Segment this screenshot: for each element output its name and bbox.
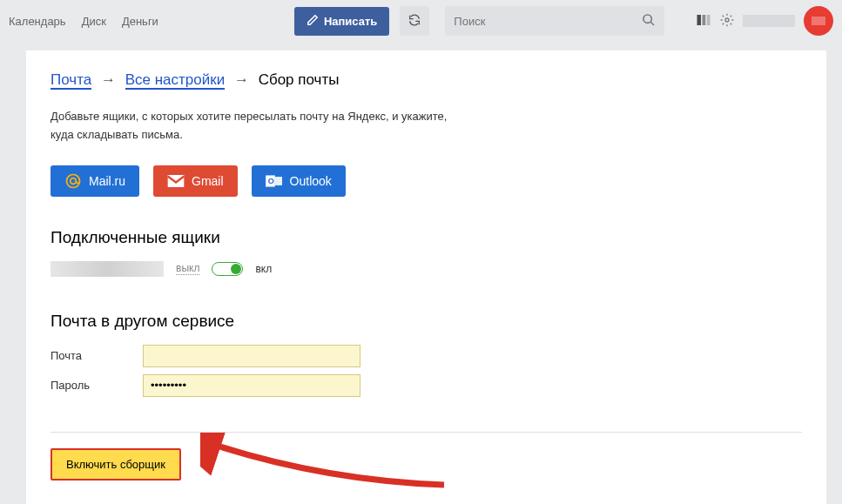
password-row: Пароль: [51, 374, 802, 397]
topbar-nav: Календарь Диск Деньги: [9, 15, 158, 28]
submit-row: Включить сборщик: [51, 448, 802, 480]
nav-disk[interactable]: Диск: [82, 15, 106, 28]
mailru-icon: [64, 172, 82, 190]
nav-money[interactable]: Деньги: [122, 15, 158, 28]
nav-calendar[interactable]: Календарь: [9, 15, 66, 28]
other-service-title: Почта в другом сервисе: [51, 312, 802, 331]
username-placeholder[interactable]: [743, 15, 795, 27]
password-field[interactable]: [143, 374, 360, 397]
provider-mailru-label: Mail.ru: [89, 174, 125, 188]
avatar[interactable]: [804, 6, 833, 36]
breadcrumb-sep: →: [101, 71, 116, 88]
divider: [51, 432, 802, 433]
content-panel: Почта → Все настройки → Сбор почты Добав…: [26, 50, 826, 504]
toggle-switch[interactable]: [212, 262, 243, 276]
email-row: Почта: [51, 345, 802, 367]
search-icon[interactable]: [642, 13, 656, 30]
topbar: Календарь Диск Деньги Написать: [0, 0, 842, 42]
compose-label: Написать: [324, 15, 377, 28]
breadcrumb-all-settings[interactable]: Все настройки: [125, 71, 225, 90]
provider-gmail-label: Gmail: [192, 174, 224, 188]
provider-outlook-button[interactable]: O Outlook: [252, 165, 346, 197]
search-box[interactable]: [445, 6, 664, 36]
compose-button[interactable]: Написать: [294, 7, 389, 36]
provider-buttons: Mail.ru Gmail O Outlook: [51, 165, 802, 197]
svg-rect-1: [697, 15, 702, 25]
toggle-knob: [231, 264, 241, 274]
enable-collector-button[interactable]: Включить сборщик: [51, 448, 181, 480]
search-input[interactable]: [454, 15, 642, 28]
svg-rect-10: [274, 177, 281, 185]
svg-rect-3: [707, 15, 711, 25]
connected-email-redacted: [51, 261, 164, 277]
gmail-icon: [167, 172, 185, 190]
provider-outlook-label: Outlook: [290, 174, 332, 188]
svg-point-4: [725, 18, 729, 22]
breadcrumb-mail[interactable]: Почта: [51, 71, 91, 90]
toggle-on-label: вкл: [255, 263, 272, 275]
provider-gmail-button[interactable]: Gmail: [153, 165, 238, 197]
svg-rect-2: [703, 15, 706, 25]
refresh-icon: [408, 13, 421, 30]
svg-point-5: [67, 174, 80, 187]
breadcrumb-sep: →: [234, 71, 249, 88]
svg-rect-7: [168, 175, 185, 187]
provider-mailru-button[interactable]: Mail.ru: [51, 165, 139, 197]
breadcrumb: Почта → Все настройки → Сбор почты: [51, 71, 802, 89]
svg-point-0: [643, 15, 651, 23]
connected-mailbox-row: выкл вкл: [51, 261, 802, 277]
other-service-section: Почта в другом сервисе Почта Пароль: [51, 312, 802, 397]
svg-point-6: [71, 178, 77, 184]
svg-text:O: O: [267, 177, 273, 185]
breadcrumb-current: Сбор почты: [259, 71, 340, 88]
connected-title: Подключенные ящики: [51, 228, 802, 247]
avatar-inner: [812, 17, 825, 25]
gear-icon[interactable]: [720, 13, 734, 30]
themes-icon[interactable]: [696, 13, 711, 30]
password-label: Пароль: [51, 379, 143, 392]
outlook-icon: O: [266, 172, 283, 190]
instruction-text: Добавьте ящики, с которых хотите пересыл…: [51, 108, 468, 144]
compose-icon: [306, 14, 319, 29]
toggle-off-label[interactable]: выкл: [176, 262, 199, 275]
email-field[interactable]: [143, 345, 360, 367]
refresh-button[interactable]: [400, 6, 429, 36]
email-label: Почта: [51, 349, 143, 362]
topbar-right: [696, 6, 833, 36]
